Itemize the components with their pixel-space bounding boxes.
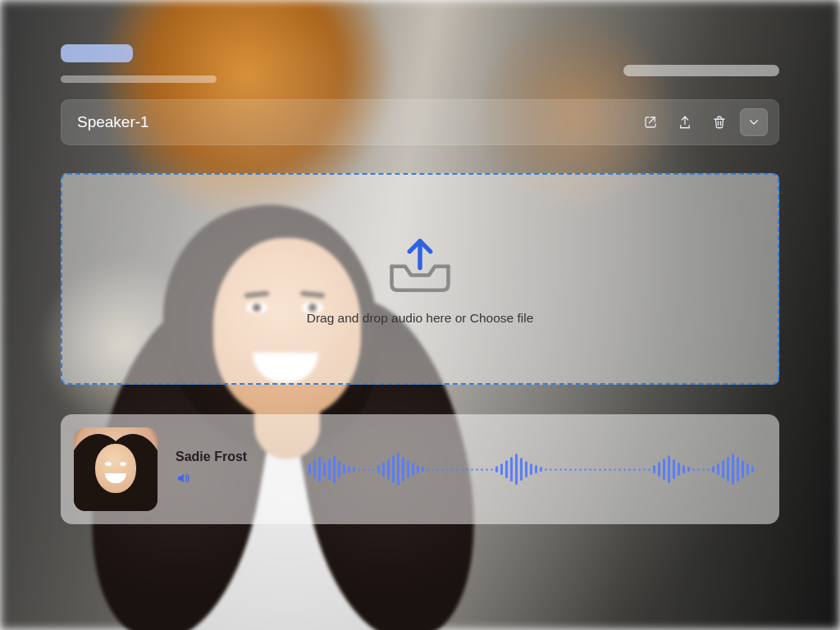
- toolbar-placeholder: [623, 65, 779, 76]
- speaker-title: Speaker-1: [77, 113, 637, 131]
- tag-placeholder: [61, 44, 133, 62]
- speaker-name: Sadie Frost: [176, 450, 290, 464]
- edit-icon: [643, 115, 658, 130]
- avatar: [74, 427, 158, 511]
- subtitle-placeholder: [61, 75, 217, 83]
- expand-button[interactable]: [740, 108, 768, 136]
- audio-dropzone[interactable]: Drag and drop audio here or Choose file: [61, 173, 779, 385]
- share-button[interactable]: [671, 108, 699, 136]
- chevron-down-icon: [746, 115, 761, 130]
- upload-tray-icon: [382, 232, 458, 296]
- edit-button[interactable]: [637, 108, 664, 136]
- trash-icon: [712, 115, 727, 130]
- dropzone-label: Drag and drop audio here or Choose file: [307, 311, 534, 326]
- waveform[interactable]: [308, 450, 760, 488]
- speaker-sound-icon: [176, 471, 190, 486]
- delete-button[interactable]: [705, 108, 733, 136]
- audio-card: Sadie Frost: [61, 414, 779, 524]
- speaker-header: Speaker-1: [61, 99, 779, 145]
- upload-icon: [678, 115, 692, 130]
- play-audio-button[interactable]: [176, 471, 290, 489]
